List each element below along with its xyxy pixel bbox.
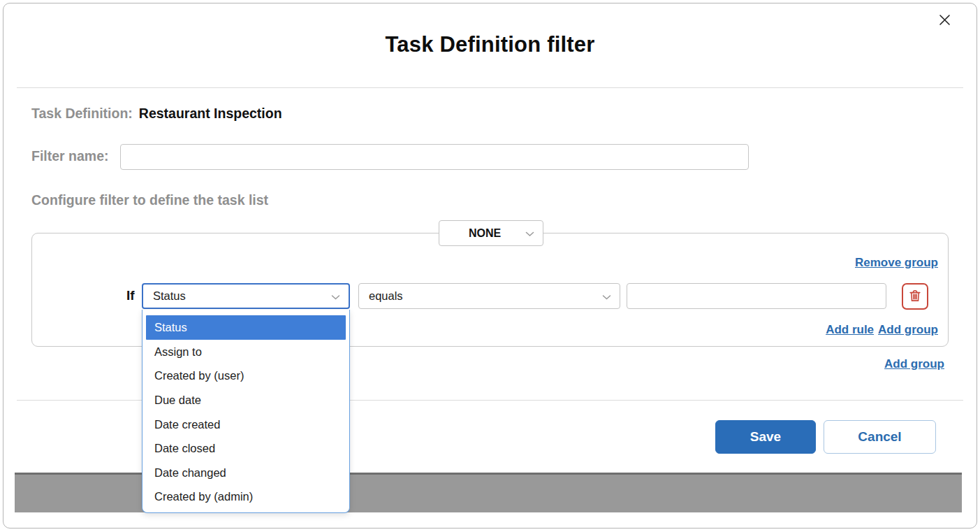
dropdown-option-date-changed[interactable]: Date changed (142, 461, 349, 485)
field-dropdown-panel: Status Assign to Created by (user) Due d… (142, 310, 350, 513)
dropdown-option-due-date[interactable]: Due date (142, 388, 349, 412)
add-rule-link[interactable]: Add rule (826, 323, 874, 337)
chevron-down-icon (602, 289, 611, 303)
dropdown-option-date-created[interactable]: Date created (142, 412, 349, 437)
rule-field-select[interactable]: Status (142, 283, 350, 309)
rule-if-label: If (126, 288, 135, 303)
rule-operator-select[interactable]: equals (358, 283, 620, 309)
save-button[interactable]: Save (715, 420, 816, 454)
header-divider (17, 87, 963, 88)
dropdown-option-created-by-admin[interactable]: Created by (admin) (142, 485, 349, 510)
conjunction-value: NONE (469, 227, 501, 240)
task-definition-filter-dialog: Task Definition filter Task Definition: … (0, 0, 980, 532)
add-group-link[interactable]: Add group (878, 323, 938, 337)
filter-name-label: Filter name: (31, 148, 109, 164)
chevron-down-icon (331, 289, 340, 303)
dropdown-option-date-closed[interactable]: Date closed (142, 436, 349, 461)
add-group-outer-link[interactable]: Add group (884, 357, 944, 371)
rule-value-input[interactable] (627, 283, 886, 309)
filter-name-input[interactable] (120, 144, 749, 170)
rule-operator-value: equals (369, 289, 403, 303)
delete-rule-button[interactable] (902, 283, 928, 310)
task-definition-value: Restaurant Inspection (139, 106, 282, 122)
task-definition-label: Task Definition: (31, 106, 133, 122)
rule-links: Add rule Add group (826, 323, 938, 337)
conjunction-select[interactable]: NONE (439, 220, 543, 246)
chevron-down-icon (525, 227, 534, 240)
cancel-button[interactable]: Cancel (824, 420, 936, 454)
dropdown-option-created-by-user[interactable]: Created by (user) (142, 364, 349, 389)
dropdown-option-assign-to[interactable]: Assign to (142, 340, 349, 364)
trash-icon (907, 288, 923, 305)
remove-group-link[interactable]: Remove group (855, 256, 938, 270)
page-title: Task Definition filter (0, 32, 980, 57)
rule-field-value: Status (153, 289, 186, 303)
task-definition-row: Task Definition: Restaurant Inspection (31, 106, 282, 122)
close-icon (938, 13, 951, 29)
configure-hint: Configure filter to define the task list (31, 192, 268, 208)
close-button[interactable] (935, 11, 954, 31)
dropdown-option-status[interactable]: Status (146, 315, 346, 340)
